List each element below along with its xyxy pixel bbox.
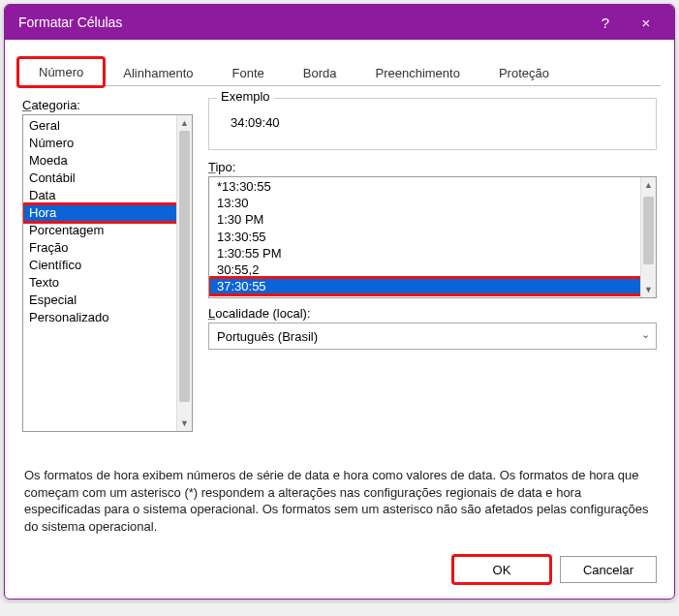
ok-button[interactable]: OK xyxy=(453,556,550,583)
list-item[interactable]: Personalizado xyxy=(23,309,192,326)
chevron-down-icon: ⌄ xyxy=(641,328,650,341)
scroll-thumb[interactable] xyxy=(179,131,190,402)
tab-strip: Número Alinhamento Fonte Borda Preenchim… xyxy=(5,40,674,86)
tab-fill[interactable]: Preenchimento xyxy=(355,60,478,86)
list-item[interactable]: Científico xyxy=(23,257,192,274)
list-item[interactable]: Texto xyxy=(23,274,192,292)
type-label: Tipo: xyxy=(208,160,657,174)
list-item[interactable]: 1:30:55 PM xyxy=(209,245,656,262)
list-item-selected[interactable]: Hora xyxy=(23,204,192,222)
cancel-button[interactable]: Cancelar xyxy=(560,556,657,583)
format-description: Os formatos de hora exibem números de sé… xyxy=(22,467,657,535)
list-item[interactable]: Número xyxy=(23,135,192,152)
category-listbox[interactable]: Geral Número Moeda Contábil Data Hora Po… xyxy=(22,114,193,432)
list-item[interactable]: Contábil xyxy=(23,169,192,187)
dialog-footer: OK Cancelar xyxy=(5,546,674,599)
list-item[interactable]: Data xyxy=(23,187,192,204)
list-item[interactable]: Especial xyxy=(23,292,192,309)
list-item[interactable]: Porcentagem xyxy=(23,222,192,239)
list-item-selected[interactable]: 37:30:55 xyxy=(209,278,656,294)
list-item[interactable]: 30:55,2 xyxy=(209,262,656,278)
close-button[interactable]: × xyxy=(626,5,666,40)
list-item[interactable]: 13:30 xyxy=(209,195,656,211)
list-item[interactable]: *13:30:55 xyxy=(209,178,656,195)
help-button[interactable]: ? xyxy=(585,5,626,40)
tab-protection[interactable]: Proteção xyxy=(479,60,569,86)
dialog-title: Formatar Células xyxy=(18,15,585,30)
list-item[interactable]: 1:30 PM xyxy=(209,211,656,228)
list-item[interactable]: Fração xyxy=(23,239,192,257)
list-item[interactable]: Moeda xyxy=(23,152,192,169)
locale-value: Português (Brasil) xyxy=(217,329,318,344)
scrollbar[interactable]: ▲ ▼ xyxy=(176,115,192,431)
tab-font[interactable]: Fonte xyxy=(213,60,284,86)
locale-label: Localidade (local): xyxy=(208,306,657,321)
locale-select[interactable]: Português (Brasil) ⌄ xyxy=(208,323,657,350)
tab-number[interactable]: Número xyxy=(18,58,104,86)
scroll-down-icon[interactable]: ▼ xyxy=(177,416,192,431)
scroll-thumb[interactable] xyxy=(643,197,654,264)
type-listbox[interactable]: *13:30:55 13:30 1:30 PM 13:30:55 1:30:55… xyxy=(208,176,657,298)
format-cells-dialog: Formatar Células ? × Número Alinhamento … xyxy=(4,4,675,600)
list-item[interactable]: Geral xyxy=(23,117,192,135)
scroll-up-icon[interactable]: ▲ xyxy=(177,115,192,131)
example-label: Exemplo xyxy=(217,89,274,104)
tab-border[interactable]: Borda xyxy=(284,60,356,86)
scrollbar[interactable]: ▲ ▼ xyxy=(640,177,656,297)
example-box: Exemplo 34:09:40 xyxy=(208,98,657,150)
scroll-down-icon[interactable]: ▼ xyxy=(641,282,656,297)
scroll-up-icon[interactable]: ▲ xyxy=(641,177,656,193)
category-label: Categoria: xyxy=(22,98,193,112)
example-value: 34:09:40 xyxy=(221,115,644,130)
titlebar: Formatar Células ? × xyxy=(5,5,674,40)
list-item[interactable]: 13:30:55 xyxy=(209,229,656,245)
tab-alignment[interactable]: Alinhamento xyxy=(104,60,212,86)
